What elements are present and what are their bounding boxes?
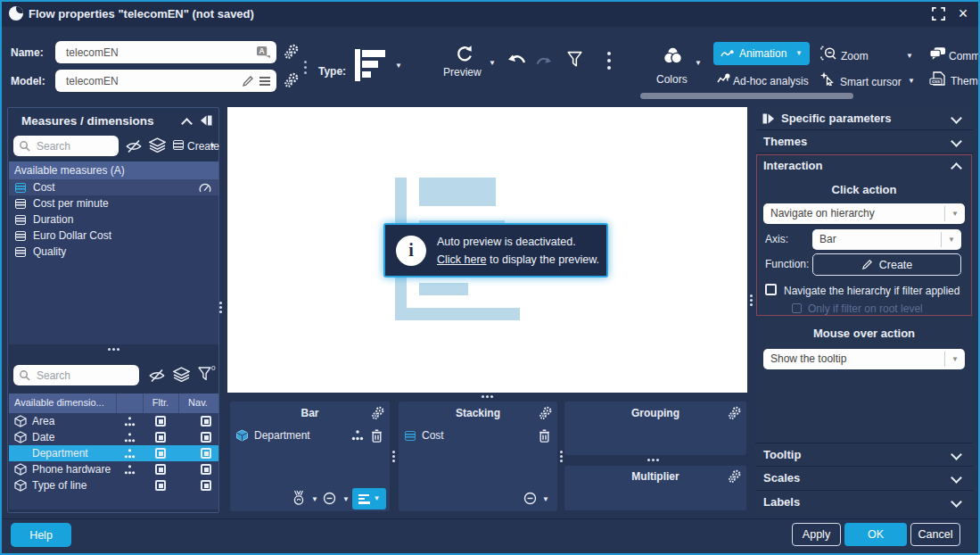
chart-type-icon[interactable] bbox=[355, 49, 385, 81]
type-dropdown-arrow[interactable]: ▼ bbox=[395, 62, 402, 70]
no-sort-icon[interactable] bbox=[323, 492, 336, 505]
trash-icon[interactable] bbox=[539, 429, 550, 443]
dimension-layers-icon[interactable] bbox=[173, 367, 190, 382]
navigate-hierarchy-checkbox[interactable] bbox=[765, 284, 777, 295]
expand-panel-icon[interactable] bbox=[762, 113, 775, 124]
preview-label[interactable]: Preview bbox=[443, 66, 482, 79]
hierarchy-icon[interactable] bbox=[124, 417, 136, 427]
dimension-row[interactable]: Phone hardware bbox=[9, 461, 218, 477]
hide-measures-eye-slash-icon[interactable] bbox=[125, 140, 143, 153]
no-sort-icon[interactable] bbox=[523, 492, 537, 505]
filter-checkbox[interactable] bbox=[155, 448, 166, 459]
ranking-medal-icon[interactable] bbox=[292, 490, 305, 506]
help-button[interactable]: Help bbox=[11, 523, 71, 547]
ranking-dropdown-arrow[interactable]: ▼ bbox=[311, 496, 318, 503]
section-labels[interactable]: Labels bbox=[755, 491, 973, 514]
translate-icon[interactable]: A bbox=[256, 46, 271, 59]
bar-well-item-label[interactable]: Department bbox=[254, 429, 351, 442]
filter-checkbox[interactable] bbox=[155, 480, 166, 491]
zoom-icon[interactable] bbox=[820, 46, 836, 61]
click-action-select[interactable]: Navigate on hierarchy ▼ bbox=[763, 203, 965, 224]
name-parameters-cogs-icon[interactable] bbox=[284, 44, 300, 60]
left-splitter-handle[interactable] bbox=[219, 302, 222, 304]
animation-button[interactable]: Animation ▼ bbox=[713, 42, 810, 65]
hierarchy-icon[interactable] bbox=[124, 465, 136, 475]
maximize-button[interactable] bbox=[932, 7, 945, 21]
section-themes[interactable]: Themes bbox=[755, 130, 973, 153]
measure-row[interactable]: Euro Dollar Cost bbox=[9, 228, 218, 244]
zoom-dropdown-arrow[interactable]: ▼ bbox=[906, 53, 913, 60]
dimension-row-selected[interactable]: Department bbox=[9, 445, 218, 461]
multiplier-well-cogs-icon[interactable] bbox=[728, 469, 742, 484]
themes-toolbar-label[interactable]: Themes bbox=[951, 75, 978, 87]
colors-label[interactable]: Colors bbox=[656, 73, 688, 86]
no-sort-dropdown-arrow[interactable]: ▼ bbox=[342, 496, 350, 503]
hierarchy-icon[interactable] bbox=[124, 433, 136, 443]
comments-icon[interactable] bbox=[929, 46, 946, 61]
collapse-chevron-icon[interactable] bbox=[181, 118, 193, 129]
colors-dropdown-arrow[interactable]: ▼ bbox=[695, 60, 702, 67]
section-tooltip[interactable]: Tooltip bbox=[755, 443, 973, 467]
layers-icon[interactable] bbox=[149, 137, 166, 153]
hide-dimensions-eye-slash-icon[interactable] bbox=[148, 369, 166, 382]
adhoc-analysis-icon[interactable] bbox=[717, 73, 731, 85]
zoom-label[interactable]: Zoom bbox=[841, 50, 869, 62]
measure-row[interactable]: Cost per minute bbox=[9, 195, 218, 211]
nav-checkbox[interactable] bbox=[201, 416, 211, 427]
nav-checkbox[interactable] bbox=[201, 480, 211, 491]
filter-icon[interactable] bbox=[567, 51, 582, 68]
panel-splitter-handle[interactable] bbox=[108, 348, 111, 351]
section-specific-parameters[interactable]: Specific parameters bbox=[755, 107, 973, 130]
nav-checkbox[interactable] bbox=[201, 432, 211, 443]
name-input[interactable] bbox=[64, 46, 256, 60]
more-options-kebab-icon[interactable] bbox=[607, 52, 611, 55]
section-interaction[interactable]: Interaction bbox=[755, 154, 973, 178]
sort-button-active[interactable]: ▼ bbox=[352, 488, 386, 509]
nav-checkbox[interactable] bbox=[201, 448, 211, 459]
right-splitter-handle[interactable] bbox=[750, 294, 753, 297]
hierarchy-icon[interactable] bbox=[124, 449, 136, 459]
smart-cursor-label[interactable]: Smart cursor bbox=[840, 76, 902, 88]
filter-checkbox[interactable] bbox=[155, 416, 166, 427]
adhoc-analysis-label[interactable]: Ad-hoc analysis bbox=[733, 75, 809, 87]
cancel-button[interactable]: Cancel bbox=[910, 523, 960, 546]
stacking-well-item-label[interactable]: Cost bbox=[422, 429, 531, 442]
undo-icon[interactable] bbox=[507, 54, 527, 67]
close-button[interactable]: × bbox=[953, 3, 973, 24]
edit-pencil-icon[interactable] bbox=[242, 75, 254, 87]
preview-refresh-icon[interactable] bbox=[455, 45, 474, 64]
smart-cursor-dropdown-arrow[interactable]: ▼ bbox=[908, 78, 915, 85]
model-parameters-cogs-icon[interactable] bbox=[284, 72, 300, 88]
apply-button[interactable]: Apply bbox=[792, 523, 841, 546]
dimension-row[interactable]: Date bbox=[9, 429, 218, 445]
collapse-panel-icon[interactable] bbox=[200, 115, 212, 126]
measures-search-input[interactable] bbox=[35, 139, 113, 153]
bar-well-cogs-icon[interactable] bbox=[371, 406, 385, 420]
dimension-row[interactable]: Area bbox=[9, 413, 218, 429]
dimension-filter-icon[interactable] bbox=[198, 367, 211, 381]
click-here-link[interactable]: Click here bbox=[437, 253, 487, 266]
measure-row[interactable]: Quality bbox=[9, 244, 218, 260]
mouse-over-action-select[interactable]: Show the tooltip ▼ bbox=[763, 349, 965, 369]
create-measure-icon[interactable] bbox=[173, 140, 184, 150]
measure-row[interactable]: Duration bbox=[9, 211, 218, 228]
axis-select[interactable]: Bar ▼ bbox=[812, 229, 961, 250]
bottom-splitter-handle[interactable] bbox=[482, 395, 484, 398]
create-function-button[interactable]: Create bbox=[812, 253, 961, 276]
trash-icon[interactable] bbox=[371, 429, 383, 443]
filter-checkbox[interactable] bbox=[155, 464, 166, 475]
smart-cursor-icon[interactable] bbox=[819, 71, 836, 86]
well-splitter-handle[interactable] bbox=[647, 459, 650, 461]
ok-button[interactable]: OK bbox=[844, 523, 907, 546]
well-splitter-handle[interactable] bbox=[560, 451, 563, 453]
css-themes-icon[interactable]: css bbox=[929, 71, 946, 86]
colors-icon[interactable] bbox=[663, 46, 683, 66]
nav-checkbox[interactable] bbox=[201, 464, 211, 475]
dimension-row[interactable]: Type of line bbox=[9, 477, 218, 493]
redo-icon[interactable] bbox=[535, 56, 552, 68]
stacking-well-cogs-icon[interactable] bbox=[539, 406, 553, 420]
gauge-icon[interactable] bbox=[199, 183, 218, 193]
preview-dropdown-arrow[interactable]: ▼ bbox=[489, 60, 496, 67]
comments-label[interactable]: Comments bbox=[949, 50, 978, 62]
measure-row-cost[interactable]: Cost bbox=[9, 179, 218, 195]
